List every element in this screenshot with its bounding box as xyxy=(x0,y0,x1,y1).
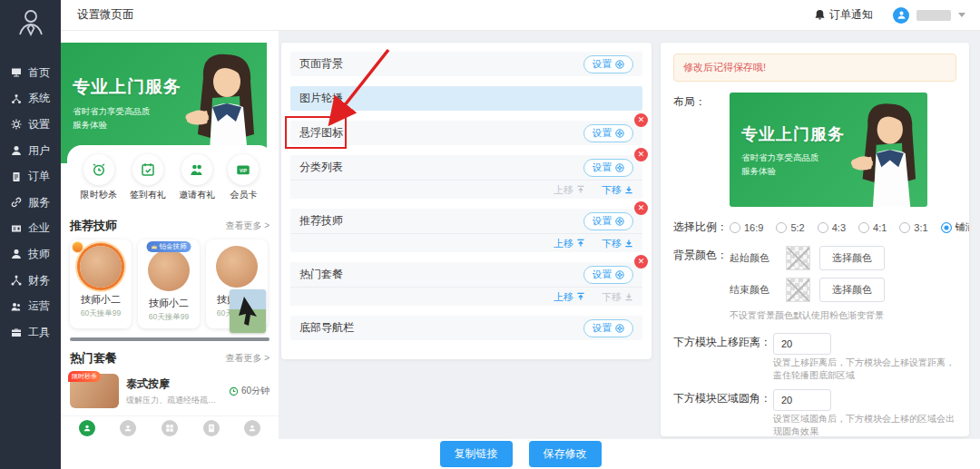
nav-mine[interactable]: 我的 xyxy=(244,420,260,439)
quick-item-checkin[interactable]: 签到有礼 xyxy=(130,154,166,201)
gear-icon xyxy=(11,119,22,130)
user-icon xyxy=(11,145,22,156)
radius-input[interactable] xyxy=(773,389,831,411)
setting-button[interactable]: 设置 xyxy=(583,266,633,284)
move-up-button[interactable]: 上移 xyxy=(554,290,585,304)
sidebar-item-tools[interactable]: 工具 xyxy=(0,319,61,346)
order-notice-button[interactable]: 订单通知 xyxy=(814,7,873,23)
sidebar-item-users[interactable]: 用户 xyxy=(0,138,61,164)
technician-card[interactable]: 铂金技师 技师小二 60天接单99 xyxy=(138,239,200,328)
sidebar-item-label: 服务 xyxy=(28,195,50,210)
ratio-option[interactable]: 16:9 xyxy=(730,222,763,233)
top-bar: 设置微页面 订单通知 xyxy=(61,0,980,31)
module-recommended-technicians: ✕ 推荐技师 设置 上移 下移 xyxy=(290,209,642,252)
nav-feed[interactable]: 动态 xyxy=(162,420,178,439)
mouse-cursor-thumbnail xyxy=(230,289,266,333)
seckill-badge: 限时秒杀 xyxy=(68,371,101,382)
module-bottom-navbar: 底部导航栏 设置 xyxy=(290,316,642,340)
operation-icon xyxy=(11,301,22,312)
nav-orders[interactable]: 订单 xyxy=(203,420,220,439)
finance-icon xyxy=(11,275,22,286)
setting-button[interactable]: 设置 xyxy=(583,159,633,177)
quick-item-vip[interactable]: VIP 会员卡 xyxy=(228,154,259,201)
setting-button[interactable]: 设置 xyxy=(583,319,633,337)
layout-label: 布局： xyxy=(673,93,730,207)
package-card[interactable]: 限时秒杀 泰式按摩 缓解压力、疏通经络疏通... 60分钟 xyxy=(70,372,270,414)
ratio-option[interactable]: 4:3 xyxy=(818,222,846,233)
nav-technicians[interactable]: 技师 xyxy=(120,420,136,439)
sidebar-item-technicians[interactable]: 技师 xyxy=(0,241,61,268)
medal-icon xyxy=(72,241,83,253)
chevron-down-icon[interactable] xyxy=(958,13,965,17)
move-down-button[interactable]: 下移 xyxy=(602,290,633,304)
see-more-link[interactable]: 查看更多 > xyxy=(225,220,270,232)
crown-icon xyxy=(152,244,158,249)
move-up-button[interactable]: 上移 xyxy=(554,183,585,197)
save-button[interactable]: 保存修改 xyxy=(529,441,602,467)
sidebar-item-label: 设置 xyxy=(28,117,50,132)
close-icon[interactable]: ✕ xyxy=(634,148,648,161)
sidebar-item-finance[interactable]: 财务 xyxy=(0,268,61,294)
user-avatar-icon[interactable] xyxy=(893,7,909,24)
sidebar-item-operations[interactable]: 运营 xyxy=(0,293,61,319)
ratio-options: 16:9 5:2 4:3 4:1 3:1 铺满 xyxy=(730,218,969,235)
end-color-swatch[interactable] xyxy=(786,278,810,302)
save-warning: 修改后记得保存哦! xyxy=(673,54,956,82)
copy-link-button[interactable]: 复制链接 xyxy=(440,441,513,467)
sidebar-item-label: 企业 xyxy=(28,220,50,236)
people-icon xyxy=(181,154,212,185)
bg-color-label: 背景颜色： xyxy=(673,246,730,322)
username-redacted xyxy=(916,10,951,21)
module-image-carousel[interactable]: 图片轮播 xyxy=(290,86,642,111)
pick-start-color-button[interactable]: 选择颜色 xyxy=(819,246,885,270)
close-icon[interactable]: ✕ xyxy=(634,255,648,269)
ratio-option[interactable]: 4:1 xyxy=(858,222,887,233)
quick-item-invite[interactable]: 邀请有礼 xyxy=(179,154,215,201)
sidebar-item-home[interactable]: 首页 xyxy=(0,60,61,86)
see-more-link[interactable]: 查看更多 > xyxy=(225,352,270,365)
settings-panel: 修改后记得保存哦! 布局： 专业上门服务 省时省力享受高品质 服务体验 选择比例… xyxy=(661,43,969,436)
move-up-button[interactable]: 上移 xyxy=(554,237,585,250)
setting-button[interactable]: 设置 xyxy=(583,212,633,230)
tools-icon xyxy=(11,327,22,337)
move-down-icon xyxy=(624,239,633,248)
girl-photo xyxy=(842,100,927,207)
setting-button[interactable]: 设置 xyxy=(583,124,633,142)
service-icon xyxy=(11,197,22,208)
sidebar-item-system[interactable]: 系统 xyxy=(0,86,61,112)
close-icon[interactable]: ✕ xyxy=(634,113,648,127)
quick-item-seckill[interactable]: 限时秒杀 xyxy=(81,154,117,201)
gear-icon xyxy=(615,217,624,226)
pick-end-color-button[interactable]: 选择颜色 xyxy=(819,278,885,302)
sidebar-item-settings[interactable]: 设置 xyxy=(0,112,61,138)
gear-icon xyxy=(615,60,624,69)
technician-avatar xyxy=(148,249,190,291)
sidebar-item-services[interactable]: 服务 xyxy=(0,190,61,216)
ratio-option[interactable]: 3:1 xyxy=(899,222,927,233)
section-title: 热门套餐 xyxy=(70,350,117,366)
move-down-button[interactable]: 下移 xyxy=(602,237,633,250)
setting-button[interactable]: 设置 xyxy=(583,55,633,73)
sidebar-item-orders[interactable]: 订单 xyxy=(0,163,61,190)
module-page-background: 页面背景 设置 xyxy=(290,52,642,76)
start-color-swatch[interactable] xyxy=(786,246,810,270)
ratio-option[interactable]: 5:2 xyxy=(776,222,804,233)
nav-home[interactable]: 首页 xyxy=(79,420,95,439)
sidebar-item-company[interactable]: 企业 xyxy=(0,216,61,242)
move-down-button[interactable]: 下移 xyxy=(602,183,633,197)
technician-card[interactable]: 技师小二 60天接单99 xyxy=(70,239,132,328)
layout-banner-preview[interactable]: 专业上门服务 省时省力享受高品质 服务体验 xyxy=(730,93,927,207)
module-label: 悬浮图标 xyxy=(299,125,343,141)
vip-card-icon: VIP xyxy=(228,154,259,185)
sidebar-item-label: 系统 xyxy=(28,91,50,106)
offset-input[interactable] xyxy=(773,333,831,355)
ratio-option-selected[interactable]: 铺满 xyxy=(941,220,969,234)
feed-nav-icon xyxy=(162,420,178,436)
preview-bottom-nav: 首页 技师 动态 订单 我的 xyxy=(61,415,279,439)
sidebar-item-label: 工具 xyxy=(28,325,50,340)
section-title: 推荐技师 xyxy=(70,218,117,234)
bg-color-note: 不设置背景颜色默认使用粉色渐变背景 xyxy=(730,309,885,322)
close-icon[interactable]: ✕ xyxy=(634,201,648,215)
module-label: 底部导航栏 xyxy=(299,320,354,336)
radius-label: 下方模块区域圆角： xyxy=(673,389,773,436)
